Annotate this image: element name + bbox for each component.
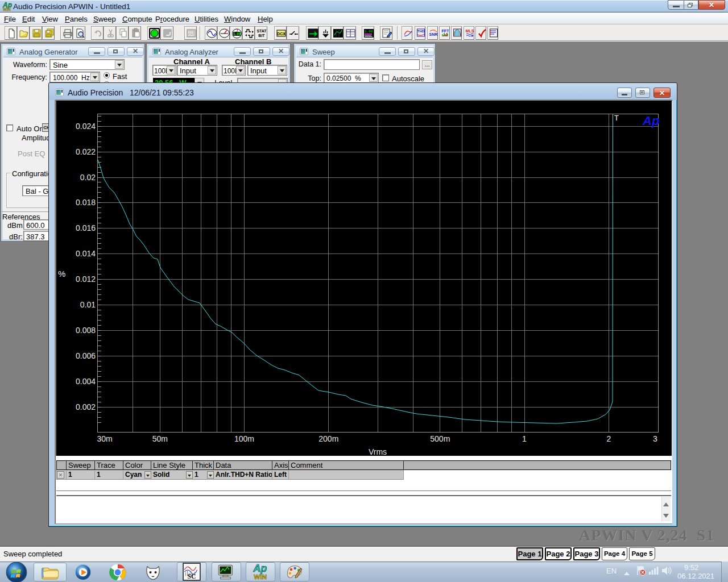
svg-text:0.022: 0.022 (76, 147, 96, 156)
svg-text:0.008: 0.008 (76, 326, 96, 335)
svg-text:DCX: DCX (277, 32, 286, 36)
svg-text:0.012: 0.012 (76, 275, 96, 284)
svg-text:BIT: BIT (258, 34, 265, 38)
svg-text:200m: 200m (318, 434, 338, 443)
svg-text:0.024: 0.024 (76, 122, 96, 131)
svg-text:500m: 500m (430, 434, 450, 443)
svg-text:50m: 50m (152, 434, 168, 443)
svg-text:WIN: WIN (3, 7, 11, 11)
svg-text:SC: SC (188, 573, 196, 580)
svg-text:MLS: MLS (466, 29, 474, 33)
svg-text:100m: 100m (234, 434, 254, 443)
svg-text:%: % (58, 269, 65, 278)
svg-text:T: T (614, 114, 619, 122)
svg-text:0.018: 0.018 (76, 198, 96, 207)
svg-text:2: 2 (606, 434, 611, 443)
svg-text:THD: THD (417, 30, 425, 33)
svg-text:Ap: Ap (642, 114, 659, 128)
svg-text:1: 1 (522, 434, 527, 443)
svg-text:1.99: 1.99 (234, 32, 241, 36)
svg-text:0.01: 0.01 (80, 300, 96, 309)
svg-text:SNR: SNR (429, 32, 438, 36)
svg-text:WIN: WIN (254, 573, 267, 580)
svg-text:3: 3 (653, 434, 657, 443)
svg-text:30m: 30m (97, 434, 112, 443)
svg-text:1.00: 1.00 (365, 30, 373, 34)
svg-text:STAT: STAT (257, 29, 267, 33)
svg-text:FFT: FFT (442, 29, 450, 33)
svg-text:0.02: 0.02 (80, 173, 96, 182)
svg-text:0.016: 0.016 (76, 223, 96, 232)
svg-text:0.006: 0.006 (76, 351, 96, 360)
svg-text:0.004: 0.004 (76, 377, 96, 386)
svg-text:0.002: 0.002 (76, 402, 96, 411)
svg-text:0.014: 0.014 (76, 249, 96, 258)
svg-text:Vrms: Vrms (369, 447, 387, 455)
